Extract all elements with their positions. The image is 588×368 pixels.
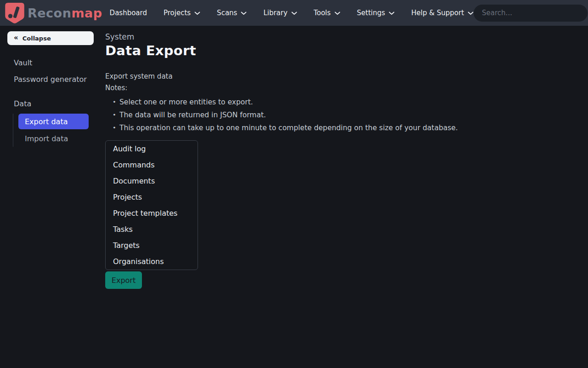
entity-select-listbox[interactable]: Audit log Commands Documents Projects Pr… — [105, 140, 198, 270]
main-content: System Data Export Export system data No… — [101, 26, 588, 368]
sidebar-data-subgroup: Export data Import data — [0, 114, 101, 147]
sidebar-item-label: Vault — [14, 58, 32, 67]
chevron-down-icon — [468, 12, 474, 15]
chevron-down-icon — [241, 12, 247, 15]
breadcrumb: System — [105, 32, 588, 41]
reconmap-shield-icon — [5, 2, 25, 24]
double-chevron-left-icon: « — [14, 34, 18, 41]
nav-item-label: Settings — [357, 9, 385, 17]
chevron-down-icon — [389, 12, 395, 15]
top-navbar: Reconmap Dashboard Projects Scans Librar… — [0, 0, 588, 26]
sidebar: « Collapse Vault Password generator Data… — [0, 26, 101, 368]
nav-item-dashboard[interactable]: Dashboard — [110, 9, 147, 17]
entity-option-project-templates[interactable]: Project templates — [106, 205, 198, 221]
collapse-label: Collapse — [23, 35, 51, 42]
export-button[interactable]: Export — [105, 271, 142, 289]
sidebar-item-vault[interactable]: Vault — [0, 54, 101, 71]
notes-list: Select one or more entities to export. T… — [105, 97, 588, 136]
sidebar-item-export-data[interactable]: Export data — [18, 114, 89, 129]
sidebar-item-password-generator[interactable]: Password generator — [0, 71, 101, 87]
nav-item-help-support[interactable]: Help & Support — [411, 9, 474, 17]
sidebar-item-label: Import data — [25, 134, 68, 143]
nav-item-projects[interactable]: Projects — [164, 9, 200, 17]
entity-option-targets[interactable]: Targets — [106, 237, 198, 253]
entity-option-organisations[interactable]: Organisations — [106, 253, 198, 270]
brand-text-gray: Recon — [28, 6, 71, 20]
sidebar-section-label: Data — [14, 99, 31, 108]
app-logo[interactable]: Reconmap — [5, 2, 102, 24]
chevron-down-icon — [334, 12, 340, 15]
sidebar-nav: Vault Password generator Data Export dat… — [0, 54, 101, 147]
nav-item-tools[interactable]: Tools — [314, 9, 340, 17]
entity-option-tasks[interactable]: Tasks — [106, 221, 198, 237]
search-area — [474, 5, 588, 22]
sidebar-item-label: Export data — [25, 117, 68, 126]
page-title: Data Export — [105, 43, 588, 58]
nav-item-label: Scans — [217, 9, 237, 17]
sidebar-item-import-data[interactable]: Import data — [13, 130, 101, 147]
nav-item-label: Help & Support — [411, 9, 464, 17]
collapse-sidebar-button[interactable]: « Collapse — [7, 31, 94, 45]
entity-option-audit-log[interactable]: Audit log — [106, 141, 198, 157]
main-menu: Dashboard Projects Scans Library Tools S… — [110, 9, 474, 17]
page-description: Export system data — [105, 71, 588, 82]
search-input[interactable] — [474, 5, 588, 22]
chevron-down-icon — [194, 12, 200, 15]
note-item: Select one or more entities to export. — [105, 97, 588, 110]
nav-item-label: Library — [263, 9, 287, 17]
entity-option-projects[interactable]: Projects — [106, 189, 198, 205]
entity-option-commands[interactable]: Commands — [106, 157, 198, 173]
nav-item-scans[interactable]: Scans — [217, 9, 247, 17]
brand-text: Reconmap — [28, 6, 102, 20]
note-item: This operation can take up to one minute… — [105, 123, 588, 136]
nav-item-label: Projects — [164, 9, 191, 17]
page-layout: « Collapse Vault Password generator Data… — [0, 26, 588, 368]
nav-item-label: Tools — [314, 9, 331, 17]
nav-item-library[interactable]: Library — [263, 9, 297, 17]
brand-text-accent: map — [71, 6, 102, 20]
nav-item-label: Dashboard — [110, 9, 147, 17]
sidebar-item-label: Password generator — [14, 75, 87, 84]
chevron-down-icon — [291, 12, 297, 15]
nav-item-settings[interactable]: Settings — [357, 9, 395, 17]
notes-label: Notes: — [105, 82, 588, 94]
entity-option-documents[interactable]: Documents — [106, 173, 198, 189]
note-item: The data will be returned in JSON format… — [105, 110, 588, 123]
sidebar-item-data[interactable]: Data — [0, 95, 101, 112]
